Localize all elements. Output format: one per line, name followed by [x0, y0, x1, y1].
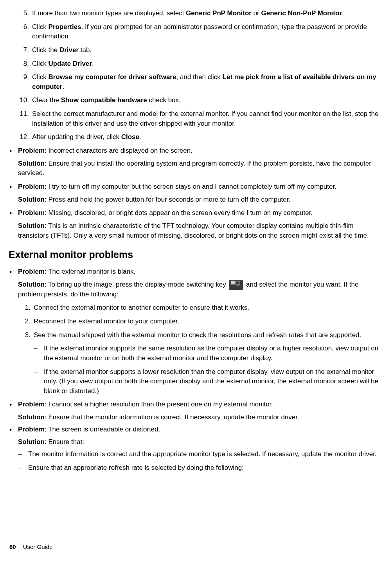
svg-text:F7: F7 — [237, 284, 239, 287]
page-content: 5. If more than two monitor types are di… — [9, 9, 383, 473]
step-12: 12. After updating the driver, click Clo… — [16, 132, 383, 142]
ext-step-1: 1. Connect the external monitor to anoth… — [18, 303, 383, 313]
problem-higher-resolution: Problem: I cannot set a higher resolutio… — [9, 400, 383, 410]
step-list-top: 5. If more than two monitor types are di… — [9, 9, 383, 142]
solution-ext-blank: Solution: To bring up the image, press t… — [18, 280, 383, 299]
solution-dots: Solution: This is an intrinsic character… — [18, 221, 383, 240]
step-9: 9. Click Browse my computer for driver s… — [16, 72, 383, 92]
page-number: 80 — [9, 543, 16, 550]
step-11: 11. Select the correct manufacturer and … — [16, 109, 383, 128]
ext-step-3-sublist: If the external monitor supports the sam… — [34, 344, 383, 396]
ext-steps-list: 1. Connect the external monitor to anoth… — [18, 303, 383, 396]
solution-higher-resolution: Solution: Ensure that the monitor inform… — [18, 413, 383, 422]
footer-title: User Guide — [23, 543, 53, 550]
svg-rect-1 — [236, 281, 240, 284]
section-heading-external-monitor: External monitor problems — [9, 247, 383, 262]
step-6: 6. Click Properties. If you are prompted… — [16, 22, 383, 42]
problem-screen-stays-on: Problem: I try to turn off my computer b… — [9, 182, 383, 192]
ext-dash-2: If the external monitor supports a lower… — [34, 367, 383, 396]
step-5: 5. If more than two monitor types are di… — [16, 9, 383, 18]
ext-dash-1: If the external monitor supports the sam… — [34, 344, 383, 363]
f-dash-1: The monitor information is correct and t… — [18, 449, 383, 459]
problem-dots: Problem: Missing, discolored, or bright … — [9, 208, 383, 218]
problem-incorrect-chars: Problem: Incorrect characters are displa… — [9, 146, 383, 156]
problem-unreadable: Problem: The screen is unreadable or dis… — [9, 425, 383, 435]
step-7: 7. Click the Driver tab. — [16, 45, 383, 55]
display-mode-key-icon: F7 — [229, 280, 243, 290]
solution-screen-stays-on: Solution: Press and hold the power butto… — [18, 195, 383, 205]
solution-unreadable-list: The monitor information is correct and t… — [18, 449, 383, 473]
step-10: 10. Clear the Show compatible hardware c… — [16, 96, 383, 105]
step-8: 8. Click Update Driver. — [16, 59, 383, 69]
f-dash-2: Ensure that an appropriate refresh rate … — [18, 463, 383, 473]
ext-step-3: 3. See the manual shipped with the exter… — [18, 330, 383, 340]
solution-unreadable: Solution: Ensure that: — [18, 437, 383, 447]
problem-ext-blank: Problem: The external monitor is blank. — [9, 267, 383, 277]
page-footer: 80User Guide — [9, 543, 53, 551]
solution-incorrect-chars: Solution: Ensure that you install the op… — [18, 159, 383, 178]
svg-rect-0 — [231, 281, 235, 284]
ext-step-2: 2. Reconnect the external monitor to you… — [18, 317, 383, 327]
